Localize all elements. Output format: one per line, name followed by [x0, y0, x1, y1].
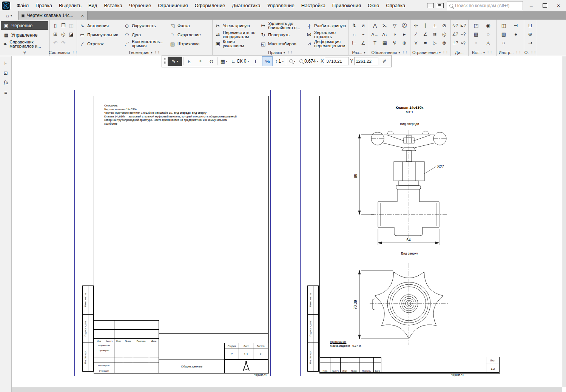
- preview-icon[interactable]: ◎: [59, 30, 67, 39]
- menu-management[interactable]: Управление: [264, 0, 298, 11]
- tolerance-icon[interactable]: ◑: [390, 30, 399, 39]
- trim-curve-button[interactable]: ✂Усечь кривую: [214, 22, 259, 30]
- zoom-tool-button[interactable]: ▾: [287, 57, 297, 66]
- group-grip-icon[interactable]: ⋮⋮: [442, 51, 448, 54]
- group-grip-icon[interactable]: ⋮⋮: [486, 51, 492, 54]
- panel-item-drawing[interactable]: ▣ Черчение: [1, 21, 48, 30]
- symmetric-icon[interactable]: ▷: [430, 39, 440, 47]
- document-tree-icon[interactable]: ⊦: [0, 58, 11, 68]
- move-by-coordinates-button[interactable]: ⇄Переместить по координатам: [214, 30, 259, 39]
- menu-drawing[interactable]: Черчение: [126, 0, 155, 11]
- menu-constraints[interactable]: Ограничения: [154, 0, 191, 11]
- measure-curve-icon[interactable]: ∿?: [451, 21, 459, 30]
- merge-points-icon[interactable]: ⋎: [411, 39, 421, 47]
- measure-arc-icon[interactable]: ⌢?: [459, 30, 467, 39]
- deform-button[interactable]: ⊿Деформация перемещением: [305, 39, 349, 48]
- screen-settings-icon[interactable]: [437, 3, 444, 8]
- menu-file[interactable]: Файл: [13, 0, 32, 11]
- insert-object-icon[interactable]: ▫: [470, 39, 482, 47]
- roughness-icon[interactable]: ⋀: [370, 21, 380, 30]
- circle-button[interactable]: ⊙Окружность: [123, 22, 169, 30]
- insert-view-icon[interactable]: ◉: [482, 21, 494, 30]
- parameters-panel-icon[interactable]: ⊡: [0, 68, 11, 78]
- y-coordinate-field[interactable]: 1261.22: [354, 57, 378, 65]
- scale-button[interactable]: ◱Масштабиров...: [259, 40, 305, 48]
- extend-button[interactable]: ↦Удлинить до ближайшего о...: [259, 21, 305, 30]
- snap-point-button[interactable]: ⌖: [196, 57, 205, 66]
- open-file-icon[interactable]: ❒: [59, 21, 67, 30]
- horizontal-scrollbar[interactable]: [11, 387, 562, 392]
- app-logo-icon[interactable]: K: [2, 2, 10, 10]
- menu-settings[interactable]: Настройка: [298, 0, 329, 11]
- group-caret-icon[interactable]: ▾: [483, 51, 485, 54]
- parallel-icon[interactable]: ∥: [421, 21, 430, 30]
- sheet-2[interactable]: Клапан 14с63бк М1:1 Вид спереди: [300, 90, 502, 376]
- group-caret-icon[interactable]: ▾: [151, 51, 153, 54]
- menu-view[interactable]: Вид: [85, 0, 101, 11]
- fillet-button[interactable]: ◝Скругление: [168, 31, 212, 39]
- panel-item-management[interactable]: ▤ Управление: [1, 31, 48, 39]
- group-caret-icon[interactable]: ▾: [364, 51, 366, 54]
- corner-mode-button[interactable]: Γ: [251, 57, 261, 66]
- menu-applications[interactable]: Приложения: [329, 0, 364, 11]
- diameter-dimension-icon[interactable]: ⌀: [359, 21, 368, 30]
- command-search-input[interactable]: Поиск по командам (Alt+/): [447, 1, 523, 10]
- save-as-icon[interactable]: ◪: [67, 30, 75, 39]
- view-marker-icon[interactable]: Ⓐ: [399, 21, 409, 30]
- maximize-button[interactable]: [540, 0, 550, 11]
- auto-axis-icon[interactable]: ↯: [390, 39, 399, 47]
- menu-insert[interactable]: Вставка: [100, 0, 125, 11]
- insert-marker-icon[interactable]: ◬: [482, 39, 494, 47]
- snap-circle-button[interactable]: ⊚: [207, 57, 216, 66]
- coordinate-system-select[interactable]: ∟ СК 0 ▾: [230, 57, 250, 66]
- measure-angle-icon[interactable]: ∠?: [451, 30, 459, 39]
- measure-area-icon[interactable]: ≈?: [459, 39, 467, 47]
- close-window-button[interactable]: ×: [553, 0, 564, 11]
- menu-window[interactable]: Окно: [364, 0, 382, 11]
- stamp-icon[interactable]: ▨: [498, 30, 510, 39]
- panel-collapse-button[interactable]: ≫: [0, 49, 49, 56]
- panel-item-materials[interactable]: ✒ Справочник материалов и...: [1, 40, 48, 48]
- toolbar-drag-handle[interactable]: [164, 58, 167, 65]
- chamfer-button[interactable]: ◹Фаска: [168, 22, 212, 30]
- menu-select[interactable]: Выделить: [56, 0, 85, 11]
- insert-fragment-icon[interactable]: ◳: [470, 21, 482, 30]
- copy-by-indication-button[interactable]: ▣Копия указанием: [214, 39, 259, 48]
- linear-dimension-icon[interactable]: ↔: [350, 30, 359, 39]
- autoline-button[interactable]: ∿Автолиния: [78, 22, 122, 30]
- sheet-1[interactable]: Описание: Чертеж клапана 14с63бк Чертеж …: [74, 90, 271, 376]
- new-file-icon[interactable]: ▯: [51, 21, 59, 30]
- drawing-canvas[interactable]: Описание: Чертеж клапана 14с63бк Чертеж …: [11, 56, 566, 392]
- tangent-icon[interactable]: ⊘: [440, 21, 449, 30]
- radial-dimension-icon[interactable]: ⌢: [359, 30, 368, 39]
- hole-icon[interactable]: ⊕: [526, 30, 535, 39]
- rotate-button[interactable]: ↻Повернуть: [259, 31, 305, 39]
- perpendicular-icon[interactable]: ⊥: [430, 21, 440, 30]
- measure-distance-icon[interactable]: ⊥?: [451, 39, 459, 47]
- group-grip-icon[interactable]: ⋮⋮: [401, 51, 407, 54]
- split-curve-button[interactable]: ∤Разбить кривую: [305, 22, 349, 30]
- menu-help[interactable]: Справка: [382, 0, 409, 11]
- menu-diagnostics[interactable]: Диагностика: [228, 0, 264, 11]
- group-grip-icon[interactable]: ⋮⋮: [515, 51, 521, 54]
- fix-point-icon[interactable]: ⊹: [411, 21, 421, 30]
- save-icon[interactable]: ◫: [67, 21, 75, 30]
- table-icon[interactable]: ▦: [380, 39, 390, 47]
- x-coordinate-field[interactable]: 3710.21: [325, 57, 349, 65]
- undo-icon[interactable]: ↶: [51, 39, 59, 47]
- equal-icon[interactable]: =: [421, 39, 430, 47]
- home-button[interactable]: ⌂ ▾: [0, 11, 19, 20]
- center-marker-icon[interactable]: ⊕: [399, 39, 409, 47]
- mirror-button[interactable]: ⋈Зеркально отразить: [305, 30, 349, 39]
- group-caret-icon[interactable]: ▾: [398, 51, 400, 54]
- hatch-button[interactable]: ▨Штриховка: [168, 40, 212, 48]
- collinear-icon[interactable]: ∕: [411, 30, 421, 39]
- aligned-dimension-icon[interactable]: ⊢: [350, 39, 359, 47]
- menu-layout[interactable]: Оформление: [191, 0, 229, 11]
- insert-local-fragment-icon[interactable]: ◌: [482, 30, 494, 39]
- menu-edit[interactable]: Правка: [32, 0, 56, 11]
- rounding-select[interactable]: ↕ 1 ▾: [274, 57, 285, 66]
- arc-button[interactable]: ◠Дуга: [123, 31, 169, 39]
- tab-close-icon[interactable]: ×: [80, 13, 85, 19]
- segment-button[interactable]: ∕Отрезок: [78, 40, 122, 48]
